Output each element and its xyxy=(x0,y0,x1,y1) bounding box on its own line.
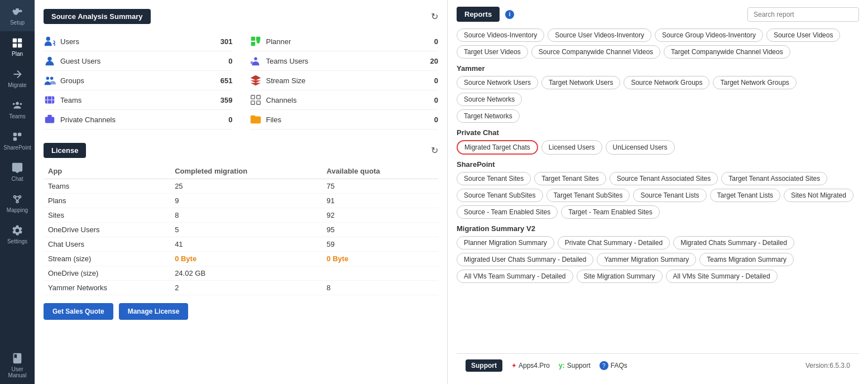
report-tag[interactable]: Planner Migration Summary xyxy=(457,236,554,249)
license-header: License ↻ xyxy=(44,143,438,158)
report-tag[interactable]: Teams Migration Summary xyxy=(699,253,794,266)
svg-rect-26 xyxy=(256,95,260,99)
report-tag[interactable]: Migrated User Chats Summary - Detailed xyxy=(457,253,593,266)
sidebar-teams-label: Teams xyxy=(9,113,25,119)
license-available-cell: 0 Byte xyxy=(322,252,438,266)
report-tag[interactable]: Yammer Migration Summary xyxy=(597,253,696,266)
source-row-guests: Guest Users 0 xyxy=(44,51,233,71)
report-tag[interactable]: Target Companywide Channel Videos xyxy=(664,45,790,59)
sidebar-item-plan[interactable]: Plan xyxy=(0,31,35,63)
sidebar-item-teams[interactable]: Teams xyxy=(0,94,35,125)
sidebar-item-sharepoint[interactable]: SharePoint xyxy=(0,125,35,156)
support-title: Support xyxy=(466,359,502,372)
report-tag[interactable]: Source Tenant SubSites xyxy=(457,189,543,202)
report-tag[interactable]: Private Chat Summary - Detailed xyxy=(558,236,670,249)
report-tag[interactable]: Source Network Users xyxy=(457,76,538,89)
reports-search-input[interactable] xyxy=(747,7,859,22)
report-tag[interactable]: Target Tenant SubSites xyxy=(546,189,630,202)
files-icon xyxy=(250,113,262,126)
report-tag[interactable]: Migrated Chats Summary - Detailed xyxy=(673,236,794,249)
svg-rect-27 xyxy=(251,101,254,104)
report-tag[interactable]: Source Network Groups xyxy=(624,76,709,89)
teams-row-icon xyxy=(44,94,56,106)
report-tag[interactable]: Sites Not Migrated xyxy=(784,189,853,202)
reports-header: Reports i xyxy=(457,7,859,22)
chat-icon xyxy=(11,162,23,174)
sidebar-item-migrate[interactable]: Migrate xyxy=(0,63,35,94)
svg-rect-3 xyxy=(18,44,22,47)
report-tag[interactable]: Source Videos-Inventory xyxy=(457,28,544,42)
svg-point-6 xyxy=(13,103,15,105)
report-tag[interactable]: Source Tenant Associated Sites xyxy=(610,172,718,185)
svg-rect-7 xyxy=(13,133,17,136)
sidebar-item-user-manual[interactable]: User Manual xyxy=(0,347,35,384)
source-row-users: Users 301 xyxy=(44,32,233,51)
svg-rect-8 xyxy=(18,133,21,136)
svg-line-15 xyxy=(17,198,20,201)
planner-icon xyxy=(250,35,262,47)
manage-license-button[interactable]: Manage License xyxy=(119,303,189,320)
reports-content[interactable]: Source Videos-InventorySource User Video… xyxy=(457,28,859,353)
col-completed: Completed migration xyxy=(170,164,322,179)
report-tag[interactable]: Migrated Target Chats xyxy=(457,140,538,155)
license-scroll-area[interactable]: App Completed migration Available quota … xyxy=(44,164,438,295)
get-sales-quote-button[interactable]: Get Sales Quote xyxy=(44,303,113,320)
col-app: App xyxy=(44,164,170,179)
migrate-icon xyxy=(11,68,23,80)
sidebar-item-setup[interactable]: Setup xyxy=(0,0,35,31)
teams-value: 359 xyxy=(216,96,233,104)
report-tag[interactable]: All VMs Team Summary - Detailed xyxy=(457,270,573,283)
report-tag[interactable]: Target Network Groups xyxy=(713,76,796,89)
svg-rect-2 xyxy=(13,44,17,47)
support-link[interactable]: y: Support xyxy=(559,362,591,369)
license-available-cell: 59 xyxy=(322,237,438,252)
report-tag[interactable]: UnLicensed Users xyxy=(606,140,675,155)
support-left: Support ✦ Apps4.Pro y: Support ? FAQs xyxy=(466,359,627,372)
report-tag[interactable]: Target Tenant Lists xyxy=(710,189,781,202)
files-value: 0 xyxy=(421,116,438,124)
sidebar-item-settings[interactable]: Settings xyxy=(0,219,35,250)
report-tag[interactable]: Source Tenant Lists xyxy=(633,189,706,202)
private-channels-icon xyxy=(44,113,56,126)
license-table: App Completed migration Available quota … xyxy=(44,164,438,295)
svg-rect-24 xyxy=(250,61,253,64)
report-tag[interactable]: Source User Videos-Inventory xyxy=(548,28,651,42)
report-tag[interactable]: Target - Team Enabled Sites xyxy=(561,205,660,219)
report-tag[interactable]: Site Migration Summary xyxy=(577,270,663,283)
report-tag[interactable]: Licensed Users xyxy=(541,140,602,155)
col-available: Available quota xyxy=(322,164,438,179)
source-analysis-refresh-button[interactable]: ↻ xyxy=(431,11,438,22)
svg-rect-0 xyxy=(13,39,17,42)
faqs-link[interactable]: ? FAQs xyxy=(600,361,627,370)
report-tag[interactable]: Source - Team Enabled Sites xyxy=(457,205,558,219)
apps4pro-link[interactable]: ✦ Apps4.Pro xyxy=(511,362,550,369)
license-app-cell: Chat Users xyxy=(44,237,170,252)
report-tag[interactable]: Source Group Videos-Inventory xyxy=(655,28,763,42)
sidebar-sharepoint-label: SharePoint xyxy=(3,145,31,151)
svg-point-12 xyxy=(16,201,18,203)
svg-point-19 xyxy=(50,77,54,80)
license-available-cell: 75 xyxy=(322,179,438,194)
report-tag[interactable]: Source User Videos xyxy=(766,28,841,42)
sharepoint-icon xyxy=(11,131,23,143)
report-tag[interactable]: All VMs Site Summary - Detailed xyxy=(666,270,778,283)
license-completed-cell: 9 xyxy=(170,194,322,208)
sidebar-item-mapping[interactable]: Mapping xyxy=(0,188,35,219)
report-tag[interactable]: Source Tenant Sites xyxy=(457,172,531,185)
license-refresh-button[interactable]: ↻ xyxy=(431,145,438,156)
faqs-label: FAQs xyxy=(611,362,627,369)
report-tag[interactable]: Target Networks xyxy=(457,109,520,123)
report-tag[interactable]: Target Network Users xyxy=(541,76,620,89)
license-completed-cell: 2 xyxy=(170,281,322,295)
report-tag[interactable]: Source Networks xyxy=(457,93,522,106)
mapping-icon xyxy=(11,193,23,205)
license-table-row: Stream (size)0 Byte0 Byte xyxy=(44,252,438,266)
license-buttons: Get Sales Quote Manage License xyxy=(44,303,438,320)
report-tag[interactable]: Source Companywide Channel Videos xyxy=(531,45,660,59)
stream-label: Stream Size xyxy=(266,76,418,85)
sidebar-item-chat[interactable]: Chat xyxy=(0,156,35,188)
report-tag[interactable]: Target User Videos xyxy=(457,45,528,59)
source-col-right: Planner 0 Teams Users 20 Stream Size 0 xyxy=(250,32,439,129)
report-tag[interactable]: Target Tenant Associated Sites xyxy=(721,172,827,185)
report-tag[interactable]: Target Tenant Sites xyxy=(534,172,606,185)
